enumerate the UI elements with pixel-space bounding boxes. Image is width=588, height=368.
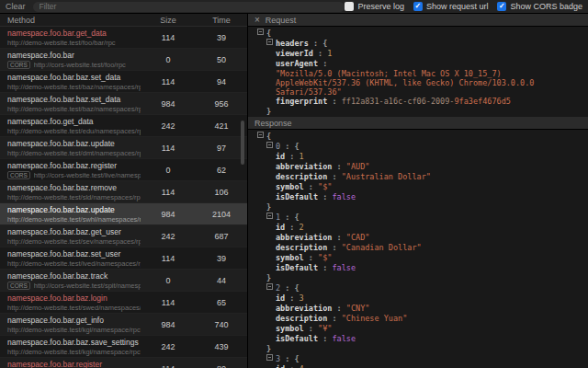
time-value: 65 bbox=[196, 298, 247, 307]
table-row[interactable]: namespace.foo.bar.baz.updatehttp://demo-… bbox=[0, 203, 247, 225]
table-row[interactable]: namespace.foo.bar.baz.trackCORShttp://co… bbox=[0, 270, 247, 292]
collapse-icon[interactable] bbox=[266, 283, 273, 290]
json-key: isDefault bbox=[276, 192, 318, 201]
time-value: 62 bbox=[196, 166, 247, 175]
json-line: id : 3 bbox=[250, 293, 584, 304]
url-line: http://demo-website.test/sev/namespaces/… bbox=[7, 237, 141, 246]
table-row[interactable]: namespace.foo.bar.baz.set_datahttp://dem… bbox=[0, 71, 247, 93]
response-json: {0 : {id : 1abbreviation : "AUD"descript… bbox=[248, 130, 588, 368]
json-key: symbol bbox=[276, 182, 304, 191]
method-cell: namespace.foo.bar.baz.updatehttp://demo-… bbox=[0, 205, 141, 224]
url-line: CORShttp://cors-website.test/foo/rpc bbox=[7, 61, 141, 69]
method-cell: namespace.foo.bar.baz.get_userhttp://dem… bbox=[0, 227, 141, 246]
size-value: 0 bbox=[141, 276, 196, 285]
json-dim: ff12a831-a16c-cf06-2009- bbox=[342, 97, 455, 106]
method-cell: namespace.foo.bar.registerhttp://demo-we… bbox=[0, 360, 141, 368]
request-panel-title: Request bbox=[266, 16, 297, 25]
json-bool: false bbox=[332, 263, 356, 272]
json-str: "AUD" bbox=[346, 162, 370, 171]
table-row[interactable]: namespace.foo.barCORShttp://cors-website… bbox=[0, 49, 247, 71]
method-name: namespace.foo.bar.baz.register bbox=[7, 161, 141, 170]
json-punct: : bbox=[313, 49, 327, 58]
table-row[interactable]: namespace.foo.get_datahttp://demo-websit… bbox=[0, 115, 247, 137]
method-cell: namespace.foo.bar.baz.set_datahttp://dem… bbox=[0, 95, 141, 113]
json-line: { bbox=[250, 29, 584, 39]
json-line: abbreviation : "CAD" bbox=[250, 233, 584, 243]
json-line: isDefault : false bbox=[250, 192, 584, 202]
json-line: symbol : "$" bbox=[250, 253, 584, 263]
json-line: description : "Chinese Yuan" bbox=[250, 314, 584, 324]
table-row[interactable]: namespace.foo.bar.baz.registerCORShttp:/… bbox=[0, 159, 247, 181]
json-punct: { bbox=[294, 142, 299, 151]
devtools-network-panel: Clear Preserve log✓Show request url✓Show… bbox=[0, 0, 588, 368]
method-cell: namespace.foo.bar.get_infohttp://demo-we… bbox=[0, 316, 141, 334]
table-row[interactable]: namespace.foo.bar.baz.save_settingshttp:… bbox=[0, 336, 247, 358]
clear-button[interactable]: Clear bbox=[6, 2, 26, 11]
json-punct: } bbox=[266, 344, 271, 353]
table-row[interactable]: namespace.foo.bar.baz.get_userhttp://dem… bbox=[0, 225, 247, 247]
toolbar-checkbox-group: Preserve log✓Show request url✓Show CORS … bbox=[345, 2, 582, 11]
url-line: http://demo-website.test/sld/namespaces/… bbox=[7, 193, 141, 201]
json-line: id : 2 bbox=[250, 223, 584, 233]
table-row[interactable]: namespace.foo.bar.get_infohttp://demo-we… bbox=[0, 314, 247, 336]
size-value: 114 bbox=[141, 254, 196, 263]
collapse-icon[interactable] bbox=[266, 354, 273, 361]
table-row[interactable]: namespace.foo.bar.baz.removehttp://demo-… bbox=[0, 181, 247, 203]
size-value: 242 bbox=[141, 121, 196, 131]
request-url: http://demo-website.test/foo/bar/rpc bbox=[7, 39, 116, 47]
json-str: "Chinese Yuan" bbox=[342, 314, 408, 323]
checkbox-box[interactable] bbox=[345, 2, 354, 11]
json-key: isDefault bbox=[276, 263, 318, 272]
checkbox-preserve-log[interactable]: Preserve log bbox=[345, 2, 404, 11]
collapse-icon[interactable] bbox=[266, 213, 273, 219]
json-line: } bbox=[250, 344, 584, 354]
check-icon: ✓ bbox=[415, 2, 422, 11]
json-line: symbol : "¥" bbox=[250, 324, 584, 334]
table-row[interactable]: namespace.foo.bar.baz.set_userhttp://dem… bbox=[0, 247, 247, 270]
close-icon[interactable]: × bbox=[254, 16, 260, 25]
json-punct: : bbox=[327, 314, 341, 323]
collapse-icon[interactable] bbox=[257, 29, 264, 35]
cors-badge: CORS bbox=[7, 171, 30, 179]
table-row[interactable]: namespace.foo.bar.baz.set_datahttp://dem… bbox=[0, 93, 247, 115]
time-value: 97 bbox=[196, 144, 247, 153]
json-punct: : bbox=[280, 354, 294, 363]
json-punct: { bbox=[294, 354, 299, 363]
json-punct: { bbox=[322, 39, 327, 48]
time-value: 94 bbox=[196, 77, 247, 86]
checkbox-box[interactable]: ✓ bbox=[413, 2, 423, 11]
time-value: 740 bbox=[196, 320, 247, 329]
checkbox-show-cors-badge[interactable]: ✓Show CORS badge bbox=[497, 2, 582, 11]
json-punct: : bbox=[280, 213, 294, 222]
size-value: 0 bbox=[141, 55, 196, 64]
checkbox-show-request-url[interactable]: ✓Show request url bbox=[413, 2, 489, 11]
method-cell: namespace.foo.bar.baz.set_datahttp://dem… bbox=[0, 73, 141, 91]
json-str: "$" bbox=[318, 182, 332, 191]
json-line: isDefault : false bbox=[250, 263, 584, 273]
method-cell: namespace.foo.bar.get_datahttp://demo-we… bbox=[0, 29, 141, 47]
filter-input[interactable] bbox=[33, 2, 345, 12]
collapse-icon[interactable] bbox=[257, 132, 264, 138]
time-value: 39 bbox=[196, 254, 247, 263]
json-punct: : bbox=[332, 304, 345, 313]
table-row[interactable]: namespace.foo.bar.baz.updatehttp://demo-… bbox=[0, 137, 247, 159]
table-header: Method Size Time bbox=[0, 14, 247, 27]
method-name: namespace.foo.bar.baz.set_data bbox=[7, 73, 141, 82]
table-row[interactable]: namespace.foo.bar.registerhttp://demo-we… bbox=[0, 358, 247, 368]
json-num: 1 bbox=[327, 49, 332, 58]
url-line: http://demo-website.test/foo/bar/rpc bbox=[7, 39, 141, 47]
table-row[interactable]: namespace.foo.bar.baz.loginhttp://demo-w… bbox=[0, 292, 247, 314]
json-punct: { bbox=[266, 132, 271, 141]
checkbox-box[interactable]: ✓ bbox=[497, 2, 506, 11]
collapse-icon[interactable] bbox=[266, 142, 273, 148]
collapse-icon[interactable] bbox=[266, 39, 273, 45]
toolbar: Clear Preserve log✓Show request url✓Show… bbox=[0, 0, 588, 14]
json-line: } bbox=[250, 273, 584, 283]
main-split: Method Size Time namespace.foo.bar.get_d… bbox=[0, 14, 588, 368]
table-row[interactable]: namespace.foo.bar.get_datahttp://demo-we… bbox=[0, 27, 247, 49]
json-key: viewerId bbox=[276, 49, 313, 58]
checkbox-label: Show request url bbox=[426, 2, 489, 11]
json-line: abbreviation : "CNY" bbox=[250, 304, 584, 314]
method-name: namespace.foo.bar.baz.get_user bbox=[7, 227, 141, 236]
scrollbar-thumb[interactable] bbox=[241, 121, 244, 165]
